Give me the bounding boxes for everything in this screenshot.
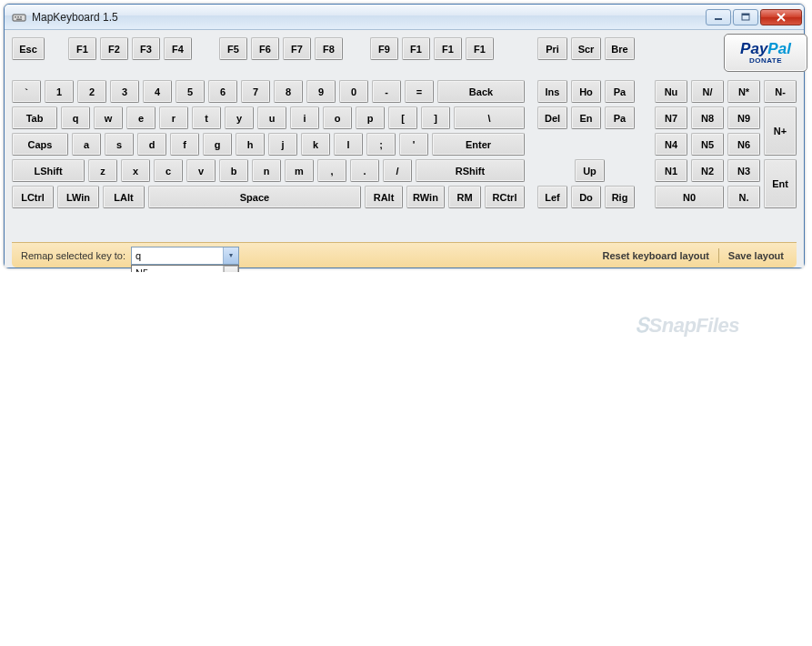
- maximize-button[interactable]: [733, 9, 758, 25]
- key-home[interactable]: Ho: [571, 80, 601, 103]
- key-k[interactable]: k: [301, 133, 330, 156]
- reset-layout-button[interactable]: Reset keyboard layout: [598, 250, 712, 261]
- key-7[interactable]: 7: [241, 80, 270, 103]
- key-f9[interactable]: F9: [370, 37, 398, 60]
- key-break[interactable]: Bre: [605, 37, 635, 60]
- key-z[interactable]: z: [88, 159, 117, 182]
- key-lshift[interactable]: LShift: [12, 159, 85, 182]
- key-nmultiply[interactable]: N*: [727, 80, 760, 103]
- close-button[interactable]: [760, 9, 802, 25]
- key-s[interactable]: s: [105, 133, 134, 156]
- key-pgup[interactable]: Pa: [605, 80, 635, 103]
- key-lwin[interactable]: LWin: [57, 186, 99, 208]
- key-tab[interactable]: Tab: [12, 106, 57, 129]
- key-b[interactable]: b: [219, 159, 248, 182]
- titlebar[interactable]: MapKeyboard 1.5: [5, 5, 804, 30]
- key-end[interactable]: En: [571, 106, 601, 129]
- key-n4[interactable]: N4: [655, 133, 687, 156]
- key-space[interactable]: Space: [148, 186, 361, 208]
- key-numlock[interactable]: Nu: [655, 80, 687, 103]
- key-nminus[interactable]: N-: [764, 80, 797, 103]
- key-lbracket[interactable]: [: [388, 106, 417, 129]
- key-q[interactable]: q: [61, 106, 90, 129]
- key-y[interactable]: y: [225, 106, 254, 129]
- key-rctrl[interactable]: RCtrl: [485, 186, 525, 208]
- key-f6[interactable]: F6: [251, 37, 279, 60]
- key-l[interactable]: l: [334, 133, 363, 156]
- dropdown-item[interactable]: N5: [132, 267, 223, 273]
- key-caps[interactable]: Caps: [12, 133, 68, 156]
- key-n7[interactable]: N7: [655, 106, 687, 129]
- key-n5[interactable]: N5: [691, 133, 724, 156]
- key-slash[interactable]: /: [383, 159, 412, 182]
- key-f7[interactable]: F7: [283, 37, 311, 60]
- key-8[interactable]: 8: [274, 80, 303, 103]
- key-pgdown[interactable]: Pa: [605, 106, 635, 129]
- key-1[interactable]: 1: [45, 80, 74, 103]
- key-n1[interactable]: N1: [655, 159, 687, 182]
- key-u[interactable]: u: [257, 106, 286, 129]
- key-nenter[interactable]: Ent: [764, 159, 797, 208]
- key-esc[interactable]: Esc: [12, 37, 45, 60]
- key-scroll[interactable]: Scr: [571, 37, 601, 60]
- key-n9[interactable]: N9: [727, 106, 760, 129]
- key-j[interactable]: j: [268, 133, 297, 156]
- key-dot[interactable]: .: [350, 159, 379, 182]
- key-enter[interactable]: Enter: [432, 133, 525, 156]
- key-i[interactable]: i: [290, 106, 319, 129]
- key-backtick[interactable]: `: [12, 80, 41, 103]
- key-w[interactable]: w: [94, 106, 123, 129]
- key-ndivide[interactable]: N/: [691, 80, 724, 103]
- key-n8[interactable]: N8: [691, 106, 724, 129]
- key-n6[interactable]: N6: [727, 133, 760, 156]
- key-3[interactable]: 3: [110, 80, 139, 103]
- key-p[interactable]: p: [356, 106, 385, 129]
- key-delete[interactable]: Del: [537, 106, 567, 129]
- minimize-button[interactable]: [706, 9, 731, 25]
- key-n0[interactable]: N0: [655, 186, 724, 208]
- key-quote[interactable]: ': [399, 133, 428, 156]
- key-r[interactable]: r: [159, 106, 188, 129]
- scroll-up-button[interactable]: ▲: [224, 266, 238, 273]
- key-f10[interactable]: F1: [402, 37, 430, 60]
- key-f1[interactable]: F1: [68, 37, 96, 60]
- save-layout-button[interactable]: Save layout: [725, 250, 787, 261]
- key-n2[interactable]: N2: [691, 159, 724, 182]
- key-h[interactable]: h: [236, 133, 265, 156]
- key-t[interactable]: t: [192, 106, 221, 129]
- key-backslash[interactable]: \: [454, 106, 525, 129]
- key-comma[interactable]: ,: [317, 159, 346, 182]
- key-rwin[interactable]: RWin: [406, 186, 445, 208]
- key-right[interactable]: Rig: [605, 186, 635, 208]
- key-f3[interactable]: F3: [132, 37, 160, 60]
- key-rmenu[interactable]: RM: [448, 186, 481, 208]
- key-ralt[interactable]: RAlt: [365, 186, 403, 208]
- key-equals[interactable]: =: [405, 80, 434, 103]
- key-g[interactable]: g: [203, 133, 232, 156]
- key-e[interactable]: e: [126, 106, 155, 129]
- key-insert[interactable]: Ins: [537, 80, 567, 103]
- key-m[interactable]: m: [285, 159, 314, 182]
- key-f2[interactable]: F2: [100, 37, 128, 60]
- dropdown-scrollbar[interactable]: ▲ ▼: [223, 266, 238, 273]
- key-f12[interactable]: F1: [466, 37, 494, 60]
- key-v[interactable]: v: [186, 159, 216, 182]
- key-nplus[interactable]: N+: [764, 106, 797, 156]
- key-n[interactable]: n: [252, 159, 281, 182]
- key-left[interactable]: Lef: [537, 186, 567, 208]
- combo-dropdown-button[interactable]: [223, 247, 238, 264]
- key-4[interactable]: 4: [143, 80, 172, 103]
- dropdown-list[interactable]: N5N6N7N8N9NumberLockopPageDownPageUpPrin…: [132, 266, 223, 273]
- key-n3[interactable]: N3: [727, 159, 760, 182]
- key-lalt[interactable]: LAlt: [103, 186, 145, 208]
- key-down[interactable]: Do: [571, 186, 601, 208]
- key-d[interactable]: d: [137, 133, 166, 156]
- key-9[interactable]: 9: [306, 80, 336, 103]
- key-f4[interactable]: F4: [164, 37, 192, 60]
- key-ndot[interactable]: N.: [727, 186, 760, 208]
- key-lctrl[interactable]: LCtrl: [12, 186, 54, 208]
- key-minus[interactable]: -: [372, 80, 401, 103]
- key-f[interactable]: f: [170, 133, 199, 156]
- key-print[interactable]: Pri: [537, 37, 567, 60]
- key-f8[interactable]: F8: [315, 37, 343, 60]
